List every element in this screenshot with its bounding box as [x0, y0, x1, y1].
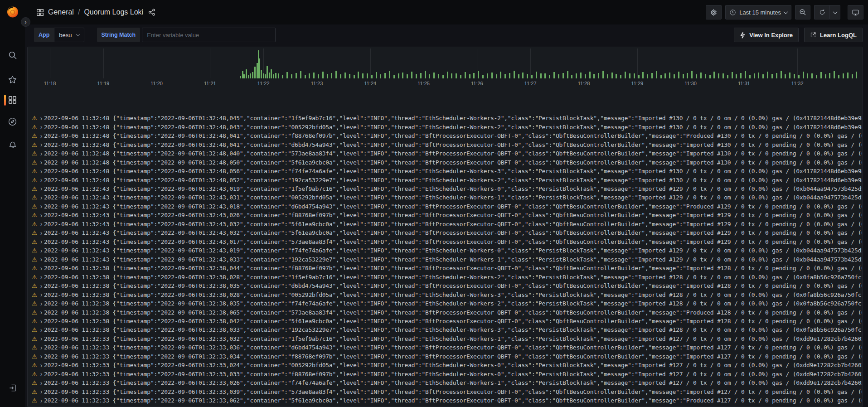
log-row[interactable]: ⚠›2022-09-06 11:32:43 {"timestamp":"2022… — [28, 246, 862, 255]
warning-icon: ⚠ — [30, 362, 39, 368]
breadcrumb-folder[interactable]: General — [48, 8, 74, 16]
log-row[interactable]: ⚠›2022-09-06 11:32:43 {"timestamp":"2022… — [28, 255, 862, 264]
expand-row-chevron[interactable]: › — [39, 133, 44, 139]
expand-row-chevron[interactable]: › — [39, 247, 44, 254]
refresh-button[interactable] — [814, 5, 829, 19]
sidebar-item-starred[interactable] — [0, 70, 25, 88]
log-row[interactable]: ⚠›2022-09-06 11:32:38 {"timestamp":"2022… — [28, 308, 862, 316]
expand-row-chevron[interactable]: › — [39, 168, 44, 174]
log-row[interactable]: ⚠›2022-09-06 11:32:48 {"timestamp":"2022… — [28, 122, 862, 131]
warning-icon: ⚠ — [30, 133, 39, 139]
expand-row-chevron[interactable]: › — [39, 141, 44, 148]
log-row[interactable]: ⚠›2022-09-06 11:32:48 {"timestamp":"2022… — [28, 114, 862, 122]
zoom-out-time-button[interactable] — [795, 5, 810, 19]
log-row[interactable]: ⚠›2022-09-06 11:32:48 {"timestamp":"2022… — [28, 140, 862, 149]
expand-row-chevron[interactable]: › — [39, 353, 44, 359]
app-variable-select[interactable]: besu — [54, 28, 84, 42]
expand-row-chevron[interactable]: › — [39, 309, 44, 315]
expand-row-chevron[interactable]: › — [39, 274, 44, 280]
expand-row-chevron[interactable]: › — [39, 300, 44, 307]
expand-row-chevron[interactable]: › — [39, 380, 44, 386]
expand-row-chevron[interactable]: › — [39, 327, 44, 333]
kiosk-mode-button[interactable] — [848, 5, 863, 19]
expand-row-chevron[interactable]: › — [39, 185, 44, 192]
log-row[interactable]: ⚠›2022-09-06 11:32:43 {"timestamp":"2022… — [28, 193, 862, 202]
expand-row-chevron[interactable]: › — [39, 150, 44, 157]
log-row[interactable]: ⚠›2022-09-06 11:32:33 {"timestamp":"2022… — [28, 361, 862, 369]
warning-icon: ⚠ — [30, 186, 39, 192]
view-in-explore-button[interactable]: View In Explore — [734, 28, 799, 42]
expand-row-chevron[interactable]: › — [39, 335, 44, 342]
log-row[interactable]: ⚠›2022-09-06 11:32:43 {"timestamp":"2022… — [28, 228, 862, 237]
log-row[interactable]: ⚠›2022-09-06 11:32:43 {"timestamp":"2022… — [28, 184, 862, 193]
time-range-picker[interactable]: Last 15 minutes — [725, 5, 791, 19]
sidebar-item-alerting[interactable] — [0, 135, 25, 153]
log-row[interactable]: ⚠›2022-09-06 11:32:33 {"timestamp":"2022… — [28, 396, 862, 405]
log-row[interactable]: ⚠›2022-09-06 11:32:38 {"timestamp":"2022… — [28, 264, 862, 272]
expand-row-chevron[interactable]: › — [39, 283, 44, 289]
expand-row-chevron[interactable]: › — [39, 291, 44, 298]
expand-row-chevron[interactable]: › — [39, 124, 44, 130]
log-row[interactable]: ⚠›2022-09-06 11:32:43 {"timestamp":"2022… — [28, 237, 862, 246]
expand-row-chevron[interactable]: › — [39, 221, 44, 227]
expand-row-chevron[interactable]: › — [39, 256, 44, 262]
warning-icon: ⚠ — [30, 344, 39, 350]
grafana-logo[interactable] — [6, 5, 19, 18]
expand-row-chevron[interactable]: › — [39, 177, 44, 183]
expand-row-chevron[interactable]: › — [39, 371, 44, 377]
refresh-interval-dropdown[interactable] — [829, 5, 840, 19]
log-row[interactable]: ⚠›2022-09-06 11:32:28 {"timestamp":"2022… — [28, 405, 862, 407]
expand-row-chevron[interactable]: › — [39, 194, 44, 201]
share-alt-icon[interactable] — [148, 9, 155, 16]
grid-layout-icon[interactable] — [36, 9, 44, 16]
open-menu-button[interactable]: › — [21, 17, 30, 27]
log-row[interactable]: ⚠›2022-09-06 11:32:33 {"timestamp":"2022… — [28, 388, 862, 396]
log-row[interactable]: ⚠›2022-09-06 11:32:38 {"timestamp":"2022… — [28, 281, 862, 290]
sidebar-item-search[interactable] — [0, 46, 25, 64]
log-row[interactable]: ⚠›2022-09-06 11:32:48 {"timestamp":"2022… — [28, 175, 862, 184]
log-row[interactable]: ⚠›2022-09-06 11:32:38 {"timestamp":"2022… — [28, 290, 862, 299]
string-match-input[interactable] — [142, 28, 276, 42]
expand-row-chevron[interactable]: › — [39, 362, 44, 368]
log-row[interactable]: ⚠›2022-09-06 11:32:33 {"timestamp":"2022… — [28, 334, 862, 343]
x-axis-tick-label: 11:18 — [44, 81, 56, 86]
histogram-bar — [327, 74, 328, 78]
warning-icon: ⚠ — [30, 150, 39, 156]
sidebar-item-dashboards[interactable] — [0, 91, 25, 109]
log-row[interactable]: ⚠›2022-09-06 11:32:38 {"timestamp":"2022… — [28, 325, 862, 334]
expand-row-chevron[interactable]: › — [39, 238, 44, 245]
expand-row-chevron[interactable]: › — [39, 203, 44, 209]
expand-row-chevron[interactable]: › — [39, 388, 44, 395]
log-row[interactable]: ⚠›2022-09-06 11:32:33 {"timestamp":"2022… — [28, 352, 862, 361]
expand-row-chevron[interactable]: › — [39, 115, 44, 121]
star-icon — [8, 75, 17, 84]
sidebar-item-sign-in[interactable] — [0, 379, 25, 397]
histogram-bar — [843, 73, 844, 78]
expand-row-chevron[interactable]: › — [39, 265, 44, 271]
log-row[interactable]: ⚠›2022-09-06 11:32:38 {"timestamp":"2022… — [28, 317, 862, 325]
log-row[interactable]: ⚠›2022-09-06 11:32:48 {"timestamp":"2022… — [28, 167, 862, 175]
log-row[interactable]: ⚠›2022-09-06 11:32:48 {"timestamp":"2022… — [28, 149, 862, 158]
log-row[interactable]: ⚠›2022-09-06 11:32:48 {"timestamp":"2022… — [28, 158, 862, 166]
log-row[interactable]: ⚠›2022-09-06 11:32:33 {"timestamp":"2022… — [28, 370, 862, 378]
expand-row-chevron[interactable]: › — [39, 212, 44, 218]
log-row[interactable]: ⚠›2022-09-06 11:32:33 {"timestamp":"2022… — [28, 343, 862, 352]
learn-logql-button[interactable]: Learn LogQL — [804, 28, 863, 42]
log-row[interactable]: ⚠›2022-09-06 11:32:43 {"timestamp":"2022… — [28, 202, 862, 211]
log-row[interactable]: ⚠›2022-09-06 11:32:43 {"timestamp":"2022… — [28, 220, 862, 228]
expand-row-chevron[interactable]: › — [39, 318, 44, 325]
histogram-bar — [549, 75, 550, 78]
log-row[interactable]: ⚠›2022-09-06 11:32:38 {"timestamp":"2022… — [28, 299, 862, 308]
histogram-bar — [273, 74, 274, 78]
log-row[interactable]: ⚠›2022-09-06 11:32:38 {"timestamp":"2022… — [28, 272, 862, 281]
histogram-bar — [589, 72, 591, 78]
sidebar-item-explore[interactable] — [0, 112, 25, 131]
expand-row-chevron[interactable]: › — [39, 159, 44, 165]
log-row[interactable]: ⚠›2022-09-06 11:32:48 {"timestamp":"2022… — [28, 131, 862, 140]
dashboard-settings-button[interactable] — [706, 5, 722, 19]
expand-row-chevron[interactable]: › — [39, 230, 44, 236]
expand-row-chevron[interactable]: › — [39, 397, 44, 404]
expand-row-chevron[interactable]: › — [39, 344, 44, 351]
log-row[interactable]: ⚠›2022-09-06 11:32:43 {"timestamp":"2022… — [28, 211, 862, 219]
log-row[interactable]: ⚠›2022-09-06 11:32:33 {"timestamp":"2022… — [28, 378, 862, 387]
